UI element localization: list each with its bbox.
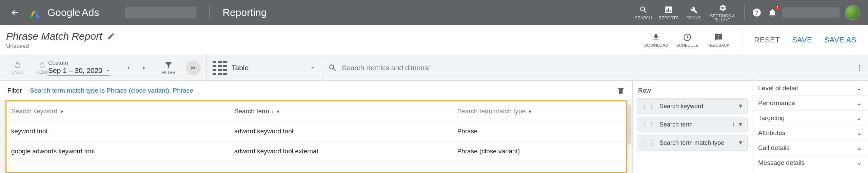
category-call-details[interactable]: Call details⌄ xyxy=(752,140,868,155)
edit-title-icon[interactable] xyxy=(107,32,115,40)
row-pill-search-keyword[interactable]: ⋮⋮ Search keyword ▼ xyxy=(637,98,748,114)
prev-period-button[interactable] xyxy=(125,65,132,71)
col-search-term[interactable]: Search term↑▼ xyxy=(230,101,453,121)
notification-badge xyxy=(774,4,781,11)
schedule-label: SCHEDULE xyxy=(676,43,698,48)
scrollbar[interactable] xyxy=(627,104,631,145)
wrench-icon xyxy=(689,5,698,15)
pill-label: Search keyword xyxy=(659,103,703,110)
funnel-icon xyxy=(164,61,173,70)
brand-ads: Ads xyxy=(82,7,99,18)
results-table: Search keyword▼ Search term↑▼ Search ter… xyxy=(5,100,627,173)
date-mode: Custom xyxy=(48,60,111,66)
row-panel-heading: Row xyxy=(637,84,748,98)
svg-point-12 xyxy=(859,69,860,71)
table-row[interactable]: keyword tool adword keyword tool Phrase xyxy=(6,121,626,141)
metrics-search xyxy=(322,63,868,72)
feedback-icon xyxy=(714,32,723,42)
cell: keyword tool xyxy=(6,121,230,141)
feedback-label: FEEDBACK xyxy=(708,43,730,48)
cell: adword keyword tool external xyxy=(230,141,453,161)
filter-chip[interactable]: Search term match type is Phrase (close … xyxy=(30,87,193,94)
pill-label: Search term xyxy=(659,121,693,128)
reports-icon xyxy=(664,5,673,15)
category-attributes[interactable]: Attributes⌄ xyxy=(752,126,868,140)
table-row[interactable]: google adwords keyword tool adword keywo… xyxy=(6,141,626,161)
svg-rect-4 xyxy=(667,9,668,12)
col-search-keyword[interactable]: Search keyword▼ xyxy=(6,101,230,121)
header-search-button[interactable]: SEARCH xyxy=(631,5,656,20)
chevron-down-icon: ▼ xyxy=(59,109,64,114)
row-pill-search-term[interactable]: ⋮⋮ Search term ↑ ▼ xyxy=(637,117,748,132)
sort-asc-icon: ↑ xyxy=(271,109,274,114)
category-level-of-detail[interactable]: Level of detail⌄ xyxy=(752,81,868,96)
header-tools-label: TOOLS xyxy=(687,16,701,20)
svg-rect-6 xyxy=(670,10,671,12)
app-header: Google Ads Reporting SEARCH REPORTS TOOL… xyxy=(0,0,868,25)
download-icon xyxy=(652,32,660,42)
row-pill-match-type[interactable]: ⋮⋮ Search term match type ▼ xyxy=(637,135,748,151)
viz-type-label: Table xyxy=(232,64,249,72)
save-as-button[interactable]: SAVE AS xyxy=(819,33,862,47)
back-icon[interactable] xyxy=(8,6,22,19)
drag-handle-icon: ⋮⋮ xyxy=(641,123,656,126)
filter-word: Filter xyxy=(7,87,22,94)
report-title: Phrase Match Report xyxy=(6,31,102,42)
redo-button[interactable]: REDO xyxy=(36,61,48,75)
brand-google: Google xyxy=(47,7,80,18)
cell: google adwords keyword tool xyxy=(6,141,230,161)
collapse-panel-button[interactable] xyxy=(186,60,201,75)
header-reports-label: REPORTS xyxy=(658,16,678,20)
schedule-button[interactable]: SCHEDULE xyxy=(672,32,702,48)
redo-label: REDO xyxy=(36,70,48,75)
chevron-down-icon: ⌄ xyxy=(856,159,862,167)
help-icon[interactable]: ? xyxy=(750,6,764,19)
svg-point-11 xyxy=(859,67,860,69)
breadcrumb: Reporting xyxy=(222,7,267,18)
chevron-down-icon[interactable]: ▼ xyxy=(738,103,743,109)
sort-asc-icon[interactable]: ↑ ▼ xyxy=(732,121,743,128)
svg-text:?: ? xyxy=(755,9,758,16)
drag-handle-icon: ⋮⋮ xyxy=(641,104,656,108)
category-targeting[interactable]: Targeting⌄ xyxy=(752,111,868,126)
header-reports-button[interactable]: REPORTS xyxy=(656,5,681,20)
brand-text: Google Ads xyxy=(47,7,99,18)
filter-button[interactable]: FILTER xyxy=(157,61,180,75)
avatar[interactable] xyxy=(845,5,860,20)
header-settings-button[interactable]: SETTINGS & BILLING xyxy=(706,3,739,22)
header-tools-button[interactable]: TOOLS xyxy=(681,5,706,20)
save-button[interactable]: SAVE xyxy=(787,33,817,47)
col-match-type[interactable]: Search term match type▼ xyxy=(452,101,626,121)
undo-button[interactable]: UNDO xyxy=(12,61,23,75)
account-selector[interactable] xyxy=(125,7,196,18)
next-period-button[interactable] xyxy=(141,65,147,71)
more-options-icon[interactable] xyxy=(856,64,863,72)
search-icon xyxy=(328,63,337,72)
download-button[interactable]: DOWNLOAD xyxy=(641,32,671,48)
row-dimensions-panel: Row ⋮⋮ Search keyword ▼ ⋮⋮ Search term ↑… xyxy=(633,81,752,173)
chevron-down-icon xyxy=(105,68,111,73)
cell: Phrase xyxy=(452,121,626,141)
header-search-label: SEARCH xyxy=(635,16,652,20)
chevron-down-icon: ⌄ xyxy=(856,144,862,152)
viz-type-selector[interactable]: Table xyxy=(206,61,322,75)
table-header-row: Search keyword▼ Search term↑▼ Search ter… xyxy=(6,101,626,121)
metrics-search-input[interactable] xyxy=(342,64,430,72)
category-message-details[interactable]: Message details⌄ xyxy=(752,155,868,170)
reset-button[interactable]: RESET xyxy=(749,33,785,47)
chevron-down-icon: ⌄ xyxy=(856,114,862,122)
chevron-down-icon: ⌄ xyxy=(856,129,862,137)
chevron-down-icon[interactable]: ▼ xyxy=(738,140,743,146)
date-range-picker[interactable]: Custom Sep 1 – 30, 2020 xyxy=(48,60,116,76)
notifications-icon[interactable] xyxy=(766,6,779,19)
chevron-down-icon xyxy=(310,65,316,71)
gear-icon xyxy=(718,3,727,13)
drag-handle-icon: ⋮⋮ xyxy=(641,141,656,145)
metrics-category-panel: Level of detail⌄ Performance⌄ Targeting⌄… xyxy=(752,81,868,173)
feedback-button[interactable]: FEEDBACK xyxy=(704,32,733,48)
category-performance[interactable]: Performance⌄ xyxy=(752,96,868,111)
pill-label: Search term match type xyxy=(659,139,724,147)
clock-icon xyxy=(683,32,692,42)
report-title-bar: Phrase Match Report Unsaved DOWNLOAD SCH… xyxy=(0,25,868,55)
delete-filter-icon[interactable] xyxy=(617,86,625,95)
